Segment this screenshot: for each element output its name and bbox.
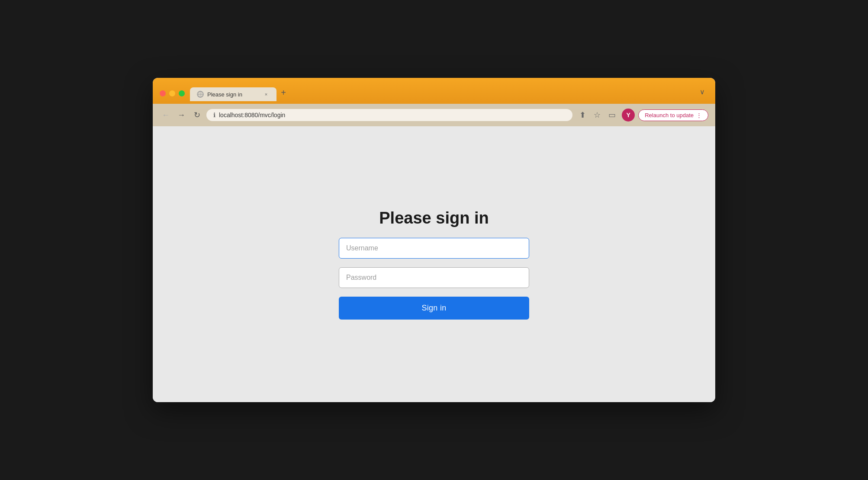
page-title: Please sign in xyxy=(379,209,489,227)
address-input[interactable] xyxy=(219,112,566,118)
address-actions: ⬆ ☆ ▭ xyxy=(576,109,618,122)
new-tab-button[interactable]: + xyxy=(276,86,290,99)
share-button[interactable]: ⬆ xyxy=(576,109,589,122)
more-options-icon: ⋮ xyxy=(696,112,702,118)
sign-in-button[interactable]: Sign in xyxy=(339,297,529,320)
back-button[interactable]: ← xyxy=(160,109,172,121)
window-controls xyxy=(160,90,185,96)
relaunch-button[interactable]: Relaunch to update ⋮ xyxy=(638,109,708,121)
reading-mode-icon: ▭ xyxy=(608,110,616,120)
password-input[interactable] xyxy=(339,267,529,288)
address-input-wrapper[interactable]: ℹ xyxy=(206,109,572,121)
maximize-button[interactable] xyxy=(179,90,185,96)
active-tab[interactable]: Please sign in × xyxy=(190,87,276,101)
address-bar: ← → ↻ ℹ ⬆ ☆ ▭ Y Relaunch to update ⋮ xyxy=(153,104,715,126)
username-input[interactable] xyxy=(339,238,529,259)
address-info-icon: ℹ xyxy=(213,112,215,118)
profile-button[interactable]: Y xyxy=(622,109,635,122)
share-icon: ⬆ xyxy=(579,110,586,120)
login-container: Please sign in Sign in xyxy=(339,209,529,320)
tab-dropdown-button[interactable]: ∨ xyxy=(696,86,708,98)
relaunch-label: Relaunch to update xyxy=(645,112,694,118)
forward-icon: → xyxy=(177,111,185,120)
tab-favicon-icon xyxy=(197,91,204,98)
reload-icon: ↻ xyxy=(194,110,200,120)
bookmark-icon: ☆ xyxy=(594,110,601,120)
back-icon: ← xyxy=(162,111,170,120)
tabs-area: Please sign in × + ∨ xyxy=(190,86,708,101)
reading-mode-button[interactable]: ▭ xyxy=(605,109,618,122)
bookmark-button[interactable]: ☆ xyxy=(591,109,604,122)
tab-close-button[interactable]: × xyxy=(263,91,270,98)
close-button[interactable] xyxy=(160,90,166,96)
title-bar: Please sign in × + ∨ xyxy=(153,78,715,104)
forward-button[interactable]: → xyxy=(175,109,187,121)
page-content: Please sign in Sign in xyxy=(153,126,715,402)
minimize-button[interactable] xyxy=(169,90,175,96)
reload-button[interactable]: ↻ xyxy=(191,109,203,121)
browser-window: Please sign in × + ∨ ← → ↻ ℹ ⬆ ☆ xyxy=(153,78,715,402)
tab-title: Please sign in xyxy=(207,91,259,98)
